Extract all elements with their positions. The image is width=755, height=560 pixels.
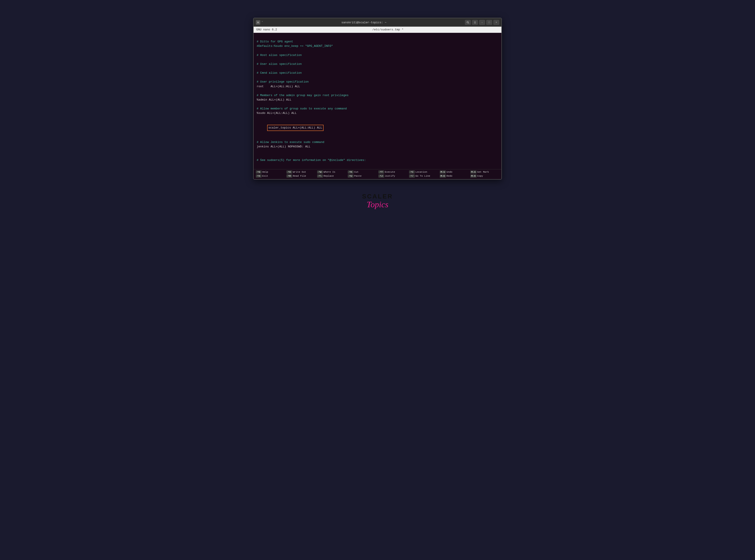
shortcuts-row-2: ^X Exit ^R Read File ^\ Replace ^U Paste… [255, 174, 500, 178]
editor-line: # Allow members of group sudo to execute… [257, 106, 498, 111]
shortcut-label: Justify [385, 175, 395, 177]
restore-button[interactable]: □ [486, 20, 492, 25]
shortcut-replace[interactable]: ^\ Replace [316, 174, 347, 178]
editor-line: # See sudoers(5) for more information on… [257, 158, 498, 162]
shortcut-write-out[interactable]: ^O Write Out [286, 170, 316, 174]
shortcut-key: ^\ [317, 175, 323, 178]
editor-line: # User alias specification [257, 62, 498, 66]
shortcuts-bar: ^G Help ^O Write Out ^W Where Is ^K Cut … [254, 169, 501, 179]
nano-version: GNU nano 6.2 [256, 28, 277, 31]
shortcut-copy[interactable]: M-6 Copy [469, 174, 500, 178]
shortcut-key: ^/ [409, 175, 415, 178]
shortcut-label: Set Mark [477, 171, 489, 173]
nano-header: GNU nano 6.2 /etc/sudoers.tmp * [254, 27, 501, 33]
editor-line: # Host alias specification [257, 53, 498, 58]
shortcut-label: Redo [447, 175, 452, 177]
logo-area: SCALER Topics [362, 193, 393, 209]
shortcut-label: Execute [385, 171, 395, 173]
shortcut-label: Help [262, 171, 268, 173]
svg-line-1 [468, 23, 469, 23]
shortcut-exit[interactable]: ^X Exit [255, 174, 286, 178]
shortcut-cut[interactable]: ^K Cut [347, 170, 377, 174]
shortcut-label: Replace [324, 175, 334, 177]
shortcut-key: ^C [409, 171, 415, 174]
shortcut-label: Go To Line [415, 175, 430, 177]
shortcut-paste[interactable]: ^U Paste [347, 174, 377, 178]
shortcuts-row-1: ^G Help ^O Write Out ^W Where Is ^K Cut … [255, 170, 500, 174]
shortcut-label: Undo [447, 171, 452, 173]
shortcut-key: ^T [379, 171, 384, 174]
editor-line [257, 89, 498, 93]
shortcut-label: Read File [293, 175, 306, 177]
editor-line: # Members of the admin group may gain ro… [257, 93, 498, 98]
shortcut-location[interactable]: ^C Location [408, 170, 439, 174]
shortcut-key: ^U [348, 175, 353, 178]
menu-button[interactable]: ☰ [472, 20, 478, 25]
logo-scaler-text: SCALER [362, 193, 393, 200]
editor-line [257, 162, 498, 167]
shortcut-label: Copy [477, 175, 483, 177]
editor-line [257, 48, 498, 53]
editor-line: jenkins ALL=(ALL) NOPASSWD: ALL [257, 144, 498, 149]
editor-line [257, 149, 498, 154]
terminal-window: ⊞ ˅ sanskriti@scaler-topics: ~ ☰ – □ × G… [253, 18, 502, 180]
editor-line [257, 66, 498, 71]
shortcut-read-file[interactable]: ^R Read File [286, 174, 316, 178]
editor-line [257, 102, 498, 106]
shortcut-justify[interactable]: ^J Justify [377, 174, 408, 178]
shortcut-key: ^O [287, 171, 292, 174]
shortcut-key: ^K [348, 171, 353, 174]
title-bar: ⊞ ˅ sanskriti@scaler-topics: ~ ☰ – □ × [254, 18, 501, 27]
title-bar-left: ⊞ ˅ [256, 20, 263, 25]
cursor-highlight: scaler_topics ALL=(ALL:ALL) ALL [267, 125, 324, 131]
shortcut-go-to-line[interactable]: ^/ Go To Line [408, 174, 439, 178]
shortcut-execute[interactable]: ^T Execute [377, 170, 408, 174]
shortcut-key: ^J [379, 175, 384, 178]
editor-line: # Cmnd alias specification [257, 71, 498, 75]
editor-line: %admin ALL=(ALL) ALL [257, 98, 498, 102]
highlighted-editor-line: scaler_topics ALL=(ALL:ALL) ALL [257, 120, 498, 136]
shortcut-key: ^R [287, 175, 292, 178]
shortcut-help[interactable]: ^G Help [255, 170, 286, 174]
title-bar-dropdown[interactable]: ˅ [262, 21, 263, 24]
shortcut-set-mark[interactable]: M-A Set Mark [469, 170, 500, 174]
close-button[interactable]: × [493, 20, 499, 25]
editor-line: # Allow Jenkins to execute sudo command [257, 140, 498, 144]
shortcut-key: ^X [256, 175, 262, 178]
shortcut-label: Location [415, 171, 427, 173]
editor-line: root ALL=(ALL:ALL) ALL [257, 84, 498, 89]
shortcut-label: Cut [354, 171, 359, 173]
svg-point-0 [467, 22, 468, 23]
editor-line: # Ditto for GPG agent [257, 40, 498, 44]
editor-line [257, 58, 498, 62]
editor-line [257, 154, 498, 158]
editor-line: # User privilege specification [257, 80, 498, 84]
shortcut-key: M-U [440, 171, 446, 174]
shortcut-label: Paste [354, 175, 362, 177]
editor-line: %sudo ALL=(ALL:ALL) ALL [257, 111, 498, 115]
shortcut-key: M-6 [470, 175, 477, 178]
window-title: sanskriti@scaler-topics: ~ [265, 21, 463, 24]
shortcut-label: Exit [262, 175, 268, 177]
shortcut-label: Where Is [324, 171, 335, 173]
shortcut-undo[interactable]: M-U Undo [439, 170, 469, 174]
editor-area[interactable]: # Ditto for GPG agent #Defaults:%sudo en… [254, 33, 501, 169]
editor-line [257, 75, 498, 80]
shortcut-key: M-A [470, 171, 477, 174]
minimize-button[interactable]: – [479, 20, 485, 25]
editor-line [257, 136, 498, 140]
nano-filename: /etc/sudoers.tmp * [277, 28, 499, 31]
shortcut-key: ^W [317, 171, 323, 174]
editor-line [257, 35, 498, 40]
shortcut-key: M-E [440, 175, 446, 178]
logo-topics-text: Topics [367, 200, 388, 209]
shortcut-redo[interactable]: M-E Redo [439, 174, 469, 178]
shortcut-where-is[interactable]: ^W Where Is [316, 170, 347, 174]
shortcut-key: ^G [256, 171, 262, 174]
search-button[interactable] [465, 20, 471, 25]
window-controls: ☰ – □ × [465, 20, 499, 25]
shortcut-label: Write Out [293, 171, 306, 173]
terminal-icon: ⊞ [256, 20, 260, 25]
editor-line [257, 116, 498, 120]
editor-line: #Defaults:%sudo env_keep += "GPG_AGENT_I… [257, 44, 498, 48]
